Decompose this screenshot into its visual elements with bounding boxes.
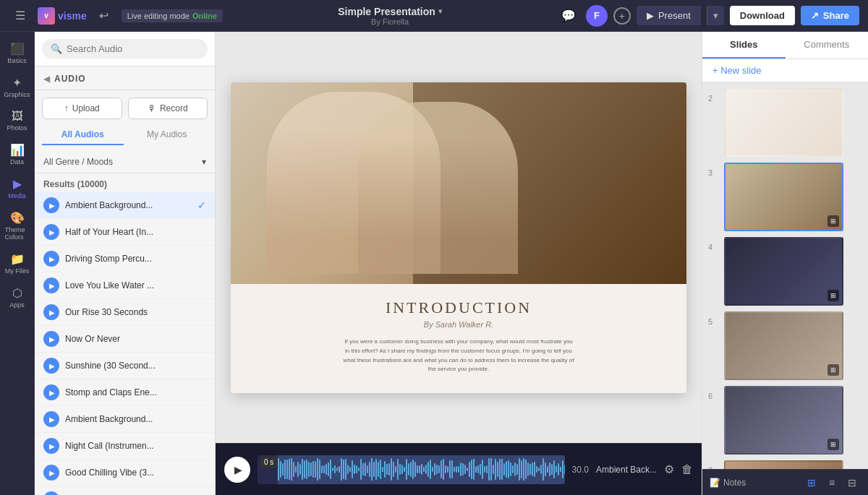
- comment-button[interactable]: 💬: [557, 4, 580, 27]
- play-icon: ▶: [49, 282, 55, 290]
- audio-list-item[interactable]: ▶ Now Or Never: [35, 326, 215, 353]
- audio-play-button[interactable]: ▶: [43, 465, 59, 481]
- audio-list-item[interactable]: ▶ Love You Like Water ...: [35, 272, 215, 299]
- audio-list-item[interactable]: ▶ Night Call (Instrumen...: [35, 433, 215, 460]
- right-panel: Slides Comments + New slide 2 3 ⊞ 4 ⊞ 5 …: [702, 32, 868, 495]
- audio-track-name: Driving Stomp Percu...: [65, 254, 206, 264]
- play-icon: ▶: [49, 416, 55, 423]
- grid-view-button[interactable]: ⊞: [803, 474, 820, 491]
- download-button[interactable]: Download: [730, 6, 795, 25]
- sidebar-item-theme-colors[interactable]: 🎨 Theme Colors: [2, 207, 33, 245]
- audio-play-button[interactable]: ▶: [43, 251, 59, 267]
- audio-play-button[interactable]: ▶: [43, 411, 59, 427]
- timeline-track[interactable]: 0 s: [258, 455, 565, 484]
- hamburger-icon: ☰: [15, 9, 25, 22]
- audio-list-item[interactable]: ▶ Sunshine (30 Second...: [35, 353, 215, 379]
- theme-colors-icon: 🎨: [10, 211, 25, 225]
- upload-record-row: ↑ Upload 🎙 Record: [35, 90, 215, 125]
- upload-button[interactable]: ↑ Upload: [42, 98, 122, 119]
- title-dropdown-arrow: ▾: [438, 7, 442, 15]
- audio-list-item[interactable]: ▶ Driving Stomp Percu...: [35, 246, 215, 272]
- slide-number: 2: [708, 88, 720, 103]
- icon-nav: ⬛ Basics ✦ Graphics 🖼 Photos 📊 Data ▶ Me…: [0, 32, 35, 495]
- audio-list-item[interactable]: ▶ Ambient Background... ✓: [35, 192, 215, 219]
- timeline-delete-button[interactable]: 🗑: [681, 463, 693, 476]
- sidebar-item-graphics[interactable]: ✦ Graphics: [2, 72, 33, 103]
- sidebar-item-photos[interactable]: 🖼 Photos: [2, 106, 33, 136]
- presentation-title[interactable]: Simple Presentation ▾: [338, 6, 442, 17]
- list-view-button[interactable]: ≡: [823, 474, 841, 491]
- slide-thumb-row: 3 ⊞: [702, 160, 868, 234]
- timeline-settings-button[interactable]: ⚙: [664, 462, 674, 476]
- search-icon: 🔍: [51, 43, 62, 54]
- tab-slides[interactable]: Slides: [702, 32, 786, 59]
- hamburger-menu-button[interactable]: ☰: [9, 4, 32, 27]
- share-button[interactable]: ↗ Share: [801, 6, 859, 25]
- audio-list-item[interactable]: ▶ Good Chilling Vibe (3...: [35, 460, 215, 486]
- audio-play-button[interactable]: ▶: [43, 304, 59, 320]
- sidebar-item-my-files[interactable]: 📁 My Files: [2, 248, 33, 279]
- record-icon: 🎙: [148, 103, 156, 113]
- sidebar-item-basics[interactable]: ⬛ Basics: [2, 38, 33, 69]
- notes-button[interactable]: 📝 Notes: [710, 478, 746, 488]
- play-triangle-icon: ▶: [234, 464, 242, 475]
- audio-play-button[interactable]: ▶: [43, 358, 59, 374]
- play-icon: ▶: [49, 469, 55, 477]
- audio-play-button[interactable]: ▶: [43, 384, 59, 400]
- new-slide-button[interactable]: + New slide: [702, 59, 868, 82]
- presentation-author: By Fiorella: [371, 17, 409, 26]
- audio-tabs: All Audios My Audios: [35, 125, 215, 151]
- genre-filter[interactable]: All Genre / Moods ▾: [35, 151, 215, 173]
- slide-thumb-icon: ⊞: [827, 439, 839, 450]
- slide-thumbnail[interactable]: ⊞: [724, 311, 843, 380]
- data-icon: 📊: [10, 143, 25, 157]
- tab-comments[interactable]: Comments: [786, 32, 869, 59]
- audio-track-name: Ambient Background...: [65, 200, 192, 210]
- audio-play-button[interactable]: ▶: [43, 491, 59, 495]
- online-status: Online: [192, 12, 217, 20]
- undo-button[interactable]: ↩: [93, 4, 116, 27]
- sidebar-item-apps[interactable]: ⬡ Apps: [2, 282, 33, 313]
- sidebar-item-media[interactable]: ▶ Media: [2, 173, 33, 204]
- search-audio-input[interactable]: [67, 43, 199, 54]
- sidebar-item-data[interactable]: 📊 Data: [2, 139, 33, 170]
- tab-my-audios[interactable]: My Audios: [127, 125, 208, 145]
- add-collaborator-button[interactable]: +: [613, 7, 631, 25]
- audio-list-item[interactable]: ▶ Dark Hole 2: [35, 486, 215, 495]
- audio-track-name: Ambient Background...: [65, 414, 206, 424]
- play-icon: ▶: [49, 442, 55, 450]
- slide-thumb-row: 5 ⊞: [702, 309, 868, 383]
- timeline-bar: ▶ 0 s 30.0 Ambient Back... ⚙ 🗑: [216, 443, 702, 495]
- slide-thumbnail[interactable]: ⊞: [724, 386, 843, 455]
- present-dropdown-button[interactable]: ▾: [707, 6, 724, 25]
- audio-list-item[interactable]: ▶ Ambient Background...: [35, 406, 215, 433]
- audio-track-name: Love You Like Water ...: [65, 280, 206, 290]
- compact-view-button[interactable]: ⊟: [843, 474, 861, 491]
- audio-play-button[interactable]: ▶: [43, 197, 59, 213]
- slide-thumb-row: 6 ⊞: [702, 383, 868, 457]
- slide-thumb-row: 4 ⊞: [702, 234, 868, 309]
- topbar-right: 💬 F + ▶ Present ▾ Download ↗ Share: [557, 4, 859, 27]
- slide-thumb-row: 7 ⊞: [702, 457, 868, 469]
- record-button[interactable]: 🎙 Record: [128, 98, 208, 119]
- audio-list-item[interactable]: ▶ Our Rise 30 Seconds: [35, 299, 215, 326]
- play-icon: ▶: [49, 255, 55, 263]
- tab-all-audios[interactable]: All Audios: [42, 125, 124, 145]
- slide-thumbnail[interactable]: ⊞: [724, 460, 843, 469]
- present-button[interactable]: ▶ Present: [637, 6, 701, 25]
- slide-thumbnail[interactable]: [724, 88, 843, 157]
- audio-play-button[interactable]: ▶: [43, 224, 59, 240]
- audio-list-item[interactable]: ▶ Half of Your Heart (In...: [35, 219, 215, 246]
- audio-play-button[interactable]: ▶: [43, 438, 59, 454]
- graphics-icon: ✦: [12, 76, 22, 90]
- audio-play-button[interactable]: ▶: [43, 331, 59, 347]
- slide-thumbnail[interactable]: ⊞: [724, 163, 843, 231]
- user-avatar-button[interactable]: F: [586, 5, 608, 27]
- back-arrow-icon[interactable]: ◀: [43, 74, 50, 84]
- audio-selected-check: ✓: [197, 199, 206, 211]
- audio-list-item[interactable]: ▶ Stomp and Claps Ene...: [35, 379, 215, 406]
- audio-play-button[interactable]: ▶: [43, 277, 59, 293]
- slide-thumbnail[interactable]: ⊞: [724, 237, 843, 306]
- play-pause-button[interactable]: ▶: [224, 457, 250, 483]
- timeline-start-marker: 0 s: [260, 457, 277, 468]
